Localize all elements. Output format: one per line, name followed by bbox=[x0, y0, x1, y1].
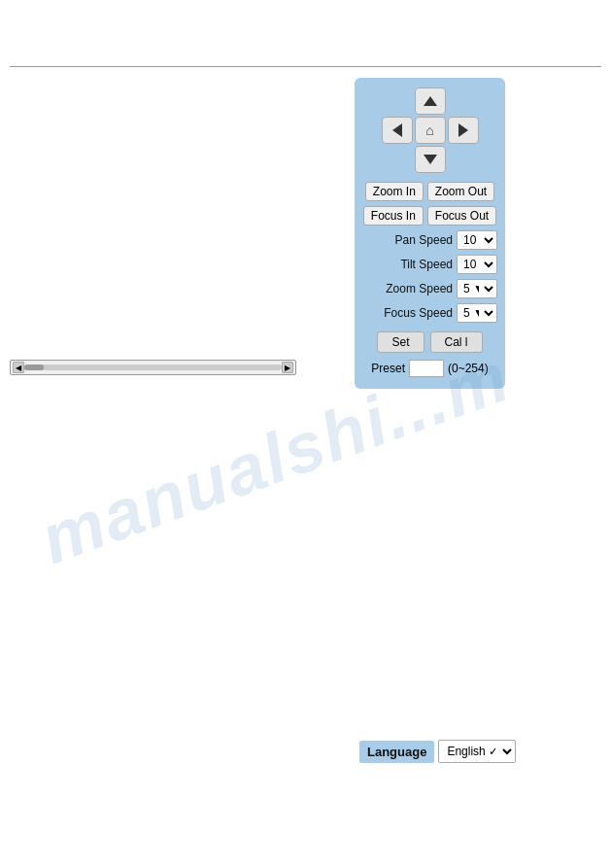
language-label: Language bbox=[359, 741, 434, 763]
arrow-right-icon bbox=[458, 123, 468, 137]
tilt-speed-label: Tilt Speed bbox=[400, 258, 453, 271]
zoom-speed-select[interactable]: 5 ▼ 1 3 bbox=[457, 279, 497, 298]
focus-speed-row: Focus Speed 5 ▼ 1 3 bbox=[362, 303, 497, 323]
preset-input[interactable] bbox=[409, 360, 444, 377]
focus-speed-label: Focus Speed bbox=[384, 306, 453, 320]
preset-range-label: (0~254) bbox=[448, 362, 489, 375]
zoom-buttons-row: Zoom In Zoom Out bbox=[362, 182, 497, 201]
arrow-down-icon bbox=[424, 155, 437, 164]
focus-buttons-row: Focus In Focus Out bbox=[362, 206, 497, 226]
pan-speed-label: Pan Speed bbox=[395, 233, 453, 247]
pan-speed-row: Pan Speed 10 ▼ 1 2 5 bbox=[362, 230, 497, 250]
empty-cell-4 bbox=[448, 146, 479, 173]
zoom-speed-row: Zoom Speed 5 ▼ 1 3 bbox=[362, 279, 497, 298]
scrollbar[interactable]: ◀ ▶ bbox=[10, 360, 296, 375]
preset-row: Preset (0~254) bbox=[371, 360, 488, 377]
camera-control-panel: ⌂ Zoom In Zoom Out Focus In Focus Out Pa… bbox=[355, 78, 505, 389]
pan-tilt-down-button[interactable] bbox=[415, 146, 446, 173]
preset-label: Preset bbox=[371, 362, 405, 375]
scrollbar-track[interactable] bbox=[24, 365, 282, 370]
scroll-left-arrow[interactable]: ◀ bbox=[13, 362, 24, 373]
focus-in-button[interactable]: Focus In bbox=[363, 206, 424, 226]
pan-left-button[interactable] bbox=[382, 117, 413, 144]
tilt-speed-select[interactable]: 10 ▼ 1 5 bbox=[457, 255, 497, 274]
pan-tilt-up-button[interactable] bbox=[415, 87, 446, 115]
zoom-speed-label: Zoom Speed bbox=[386, 282, 453, 295]
focus-speed-select[interactable]: 5 ▼ 1 3 bbox=[457, 303, 497, 323]
top-divider bbox=[10, 66, 601, 67]
set-button[interactable]: Set bbox=[377, 331, 424, 353]
pan-right-button[interactable] bbox=[448, 117, 479, 144]
tilt-speed-row: Tilt Speed 10 ▼ 1 5 bbox=[362, 255, 497, 274]
directional-pad: ⌂ bbox=[382, 87, 479, 173]
call-button[interactable]: Cal l bbox=[430, 331, 483, 353]
zoom-out-button[interactable]: Zoom Out bbox=[427, 182, 494, 201]
home-button[interactable]: ⌂ bbox=[415, 117, 446, 144]
language-select[interactable]: English ✓ Chinese French German Spanish bbox=[438, 740, 516, 763]
set-call-row: Set Cal l bbox=[377, 331, 482, 353]
arrow-up-icon bbox=[424, 96, 437, 106]
pan-speed-select[interactable]: 10 ▼ 1 2 5 bbox=[457, 230, 497, 250]
zoom-in-button[interactable]: Zoom In bbox=[365, 182, 424, 201]
focus-out-button[interactable]: Focus Out bbox=[427, 206, 496, 226]
language-section: Language English ✓ Chinese French German… bbox=[359, 740, 516, 763]
empty-cell-2 bbox=[448, 87, 479, 115]
empty-cell-1 bbox=[382, 87, 413, 115]
empty-cell-3 bbox=[382, 146, 413, 173]
home-icon: ⌂ bbox=[425, 122, 433, 138]
scrollbar-thumb[interactable] bbox=[24, 365, 44, 370]
scroll-right-arrow[interactable]: ▶ bbox=[282, 362, 293, 373]
arrow-left-icon bbox=[392, 123, 402, 137]
